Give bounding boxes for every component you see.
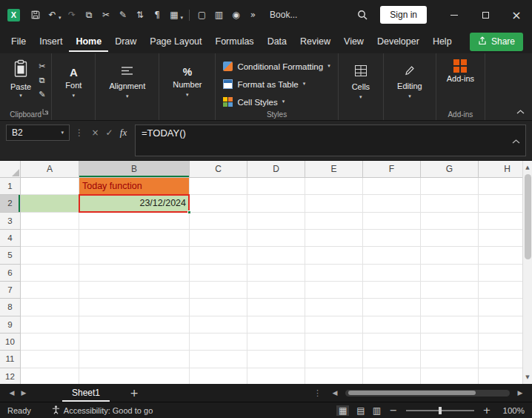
tab-page-layout[interactable]: Page Layout [143,31,208,52]
search-icon[interactable] [354,6,370,24]
sheet-nav-right-icon[interactable]: ▶ [18,389,30,397]
zoom-slider[interactable] [406,410,474,411]
font-menu-button[interactable]: A Font ▾ [56,56,90,108]
sheet-tab-sheet1[interactable]: Sheet1 [62,384,110,402]
cell-A5[interactable] [21,247,79,264]
row-header-8[interactable]: 8 [0,299,21,316]
cell-F6[interactable] [363,265,421,282]
cut-icon[interactable]: ✂ [99,6,114,24]
cell-C7[interactable] [190,282,247,299]
cell-F3[interactable] [363,213,421,230]
zoom-in-button[interactable]: + [482,405,492,415]
cell-D7[interactable] [247,282,305,299]
cell-C11[interactable] [190,351,247,368]
tab-help[interactable]: Help [426,31,459,52]
cut-button[interactable]: ✂ [39,62,45,70]
cell-C1[interactable] [190,178,247,195]
cell-A2[interactable] [21,195,79,212]
cell-D8[interactable] [247,299,305,316]
cell-G12[interactable] [421,368,479,384]
vertical-scrollbar[interactable]: ▲ ▼ [522,161,532,384]
tab-data[interactable]: Data [261,31,293,52]
cell-G10[interactable] [421,334,479,351]
column-header-F[interactable]: F [363,161,421,178]
row-header-10[interactable]: 10 [0,334,21,351]
cell-D4[interactable] [247,230,305,247]
row-header-9[interactable]: 9 [0,316,21,334]
borders-dropdown-icon[interactable]: ▾ [181,15,184,21]
cell-D10[interactable] [247,334,305,351]
row-header-12[interactable]: 12 [0,368,21,384]
cell-B1[interactable]: Today function [79,178,190,195]
enter-icon[interactable]: ✓ [103,127,116,138]
cell-G9[interactable] [421,316,479,334]
more-commands-icon[interactable]: » [245,6,261,24]
cell-styles-button[interactable]: Cell Styles ▾ [223,94,330,110]
cell-A7[interactable] [21,282,79,299]
cells-menu-button[interactable]: Cells ▾ [343,56,379,108]
tab-file[interactable]: File [4,31,33,52]
collapse-ribbon-icon[interactable] [516,104,525,117]
cell-A12[interactable] [21,368,79,384]
alignment-menu-button[interactable]: Alignment ▾ [100,56,154,108]
row-header-6[interactable]: 6 [0,265,21,282]
hscroll-left-icon[interactable]: ◀ [329,389,341,397]
row-header-11[interactable]: 11 [0,351,21,368]
column-header-E[interactable]: E [305,161,363,178]
cell-B10[interactable] [79,334,190,351]
cell-C9[interactable] [190,316,247,334]
select-all-corner[interactable] [0,161,21,178]
formula-bar-collapse-icon[interactable] [512,134,520,147]
cell-A10[interactable] [21,334,79,351]
scroll-down-icon[interactable]: ▼ [525,374,529,380]
cell-C5[interactable] [190,247,247,264]
cell-B2[interactable]: 23/12/2024 [79,195,190,212]
freeze-panes-icon[interactable]: ▥ [211,6,227,24]
cell-G2[interactable] [421,195,479,212]
save-icon[interactable] [27,6,43,24]
format-painter-icon[interactable]: ✎ [116,6,131,24]
format-as-table-button[interactable]: Format as Table ▾ [223,76,330,92]
cell-D3[interactable] [247,213,305,230]
fill-handle[interactable] [187,210,191,214]
sort-icon[interactable]: ⇅ [133,6,148,24]
cell-D2[interactable] [247,195,305,212]
format-painter-button[interactable]: ✎ [39,90,45,99]
cell-C10[interactable] [190,334,247,351]
cell-F7[interactable] [363,282,421,299]
cell-D6[interactable] [247,265,305,282]
cell-B4[interactable] [79,230,190,247]
cell-F5[interactable] [363,247,421,264]
formula-input[interactable]: =TODAY() [135,125,526,156]
cell-G3[interactable] [421,213,479,230]
view-page-layout-icon[interactable]: ▤ [356,406,365,415]
column-header-A[interactable]: A [21,161,79,178]
column-header-G[interactable]: G [421,161,479,178]
cell-E9[interactable] [305,316,363,334]
redo-icon[interactable]: ↷ [64,6,80,24]
camera-icon[interactable]: ◉ [228,6,244,24]
column-header-C[interactable]: C [190,161,247,178]
cell-B11[interactable] [79,351,190,368]
cell-B9[interactable] [79,316,190,334]
cell-B7[interactable] [79,282,190,299]
cell-G8[interactable] [421,299,479,316]
cell-D1[interactable] [247,178,305,195]
clipboard-dialog-launcher-icon[interactable] [42,104,49,118]
row-header-2[interactable]: 2 [0,195,21,212]
cell-A3[interactable] [21,213,79,230]
cell-E6[interactable] [305,265,363,282]
cell-E2[interactable] [305,195,363,212]
paste-button[interactable]: Paste ▾ [4,56,37,102]
accessibility-status[interactable]: Accessibility: Good to go [52,405,153,416]
borders-icon[interactable]: ▦ [167,6,182,24]
cell-A11[interactable] [21,351,79,368]
cell-C12[interactable] [190,368,247,384]
cell-E10[interactable] [305,334,363,351]
sign-in-button[interactable]: Sign in [380,6,427,24]
cell-C4[interactable] [190,230,247,247]
row-header-5[interactable]: 5 [0,247,21,264]
cell-E11[interactable] [305,351,363,368]
insert-function-icon[interactable]: fx [117,127,130,139]
cell-F1[interactable] [363,178,421,195]
